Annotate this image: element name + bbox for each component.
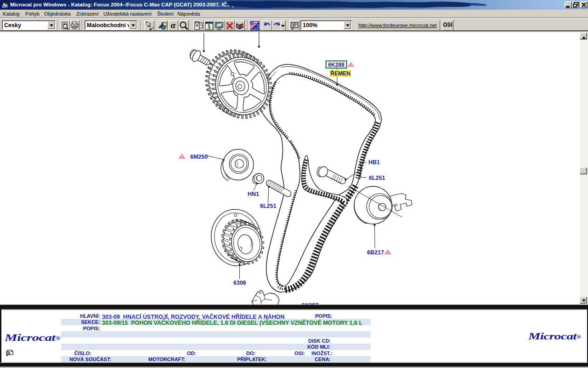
svg-text:6306: 6306 [233, 280, 246, 286]
svg-text:α: α [171, 21, 176, 30]
svg-text:6L251: 6L251 [369, 175, 385, 181]
svg-text:6B217: 6B217 [367, 249, 384, 256]
svg-text:6K288: 6K288 [328, 62, 345, 68]
svg-text:$: $ [208, 23, 211, 30]
svg-text:6M250: 6M250 [190, 154, 208, 160]
svg-text:HN1: HN1 [248, 191, 259, 197]
svg-text:6L251: 6L251 [260, 203, 276, 209]
svg-text:ŘEMEN: ŘEMEN [330, 70, 350, 77]
svg-text:?: ? [241, 24, 243, 28]
svg-text:M.C: M.C [2, 6, 6, 8]
svg-text:HB1: HB1 [368, 159, 380, 166]
